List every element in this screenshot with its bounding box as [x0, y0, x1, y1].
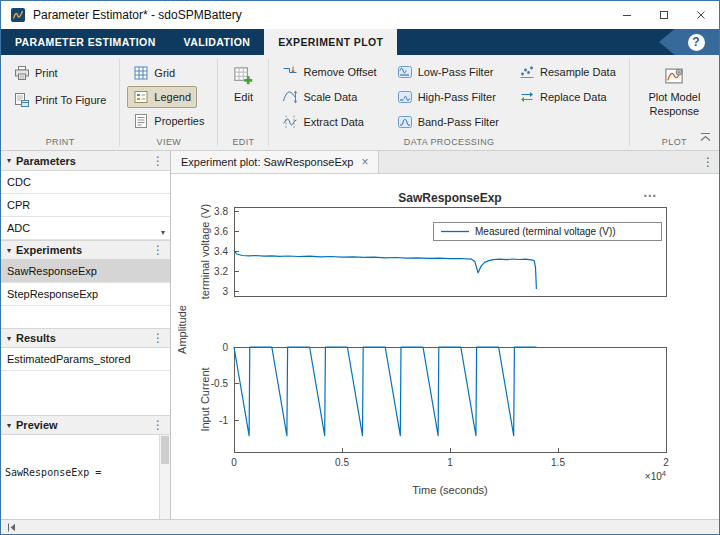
- print-to-figure-button[interactable]: Print To Figure: [8, 89, 112, 111]
- svg-text:0: 0: [231, 457, 237, 468]
- print-to-figure-label: Print To Figure: [35, 92, 106, 108]
- svg-text:1: 1: [447, 457, 453, 468]
- main-pane: Experiment plot: SawResponseExp × ⋮ SawR…: [171, 151, 719, 519]
- group-edit: Edit EDIT: [218, 55, 268, 150]
- legend-icon: [133, 89, 149, 105]
- parameters-list: CDC CPR ADC ▼: [1, 171, 170, 240]
- result-item[interactable]: EstimatedParams_stored: [1, 348, 170, 371]
- svg-text:3.4: 3.4: [214, 246, 228, 257]
- plot-model-response-label: Plot Model Response: [645, 91, 704, 119]
- experiment-item[interactable]: StepResponseExp: [1, 283, 170, 306]
- titlebar: Parameter Estimator* - sdoSPMBattery: [1, 1, 719, 29]
- group-label-print: PRINT: [8, 134, 112, 149]
- experiments-empty-area: [1, 306, 170, 328]
- help-wedge: ?: [659, 29, 719, 55]
- collapse-icon: ▾: [7, 246, 11, 255]
- parameter-item[interactable]: ADC: [1, 217, 170, 240]
- replace-data-button[interactable]: Replace Data: [513, 86, 613, 108]
- preview-scrollbar-thumb[interactable]: [161, 436, 169, 464]
- maximize-icon: [659, 10, 669, 20]
- collapse-toolstrip-button[interactable]: [699, 132, 712, 143]
- app-window: Parameter Estimator* - sdoSPMBattery PAR…: [0, 0, 720, 535]
- window-title: Parameter Estimator* - sdoSPMBattery: [33, 8, 242, 22]
- low-pass-filter-icon: [397, 64, 413, 80]
- extract-data-label: Extract Data: [303, 114, 364, 130]
- group-data-processing: Remove Offset Scale Data Extract Da: [269, 55, 628, 150]
- section-menu-results[interactable]: ⋮: [152, 332, 164, 344]
- properties-button[interactable]: Properties: [127, 110, 210, 132]
- document-tab-close[interactable]: ×: [361, 155, 368, 169]
- group-label-view: VIEW: [127, 134, 210, 149]
- edit-label: Edit: [234, 91, 253, 105]
- tab-experiment-plot[interactable]: EXPERIMENT PLOT: [264, 29, 397, 55]
- print-button[interactable]: Print: [8, 62, 64, 84]
- band-pass-filter-button[interactable]: Band-Pass Filter: [391, 111, 505, 133]
- preview-scrollbar[interactable]: [159, 435, 170, 519]
- section-menu-experiments[interactable]: ⋮: [152, 244, 164, 256]
- extract-data-button[interactable]: Extract Data: [276, 111, 370, 133]
- svg-text:3.6: 3.6: [214, 226, 228, 237]
- properties-label: Properties: [154, 113, 204, 129]
- low-pass-filter-button[interactable]: Low-Pass Filter: [391, 61, 500, 83]
- legend-label: Legend: [154, 89, 191, 105]
- minimize-button[interactable]: [608, 1, 645, 29]
- document-tab[interactable]: Experiment plot: SawResponseExp ×: [171, 151, 379, 173]
- svg-text:0: 0: [222, 342, 228, 353]
- remove-offset-button[interactable]: Remove Offset: [276, 61, 382, 83]
- tab-parameter-estimation[interactable]: PARAMETER ESTIMATION: [1, 29, 170, 55]
- parameter-item[interactable]: CPR: [1, 194, 170, 217]
- edit-button[interactable]: Edit: [225, 60, 261, 134]
- statusbar: [1, 519, 719, 534]
- resample-data-button[interactable]: Resample Data: [513, 61, 622, 83]
- section-header-preview[interactable]: ▾ Preview ⋮: [1, 415, 170, 435]
- collapse-sidebar-button[interactable]: [6, 522, 17, 533]
- collapse-icon: ▾: [7, 421, 11, 430]
- edit-icon: [233, 66, 253, 86]
- scale-data-label: Scale Data: [303, 89, 357, 105]
- print-icon: [14, 65, 30, 81]
- collapse-toolstrip-icon: [699, 132, 712, 143]
- section-header-experiments[interactable]: ▾ Experiments ⋮: [1, 240, 170, 260]
- high-pass-filter-label: High-Pass Filter: [418, 89, 496, 105]
- extract-data-icon: [282, 114, 298, 130]
- tab-validation[interactable]: VALIDATION: [170, 29, 265, 55]
- parameter-item[interactable]: CDC: [1, 171, 170, 194]
- svg-text:Time (seconds): Time (seconds): [412, 484, 487, 496]
- group-label-edit: EDIT: [225, 134, 261, 149]
- plot-area: SawResponseExp ⋯ 33.23.43.63.8terminal v…: [171, 174, 719, 519]
- section-menu-preview[interactable]: ⋮: [152, 419, 164, 431]
- svg-text:0.5: 0.5: [335, 457, 349, 468]
- group-print: Print Print To Figure PRINT: [1, 55, 119, 150]
- group-view: Grid Legend Properties: [120, 55, 217, 150]
- svg-text:terminal voltage (V): terminal voltage (V): [199, 204, 211, 299]
- band-pass-filter-icon: [397, 114, 413, 130]
- plot-model-response-icon: [664, 66, 684, 86]
- section-header-results[interactable]: ▾ Results ⋮: [1, 328, 170, 348]
- close-button[interactable]: [682, 1, 719, 29]
- collapse-icon: ▾: [7, 334, 11, 343]
- document-tab-label: Experiment plot: SawResponseExp: [181, 156, 353, 168]
- help-button[interactable]: ?: [688, 34, 705, 51]
- section-menu-parameters[interactable]: ⋮: [152, 155, 164, 167]
- section-title-results: Results: [16, 332, 56, 344]
- high-pass-filter-button[interactable]: High-Pass Filter: [391, 86, 502, 108]
- grid-icon: [133, 65, 149, 81]
- scale-data-icon: [282, 89, 298, 105]
- svg-text:1.5: 1.5: [551, 457, 565, 468]
- maximize-button[interactable]: [645, 1, 682, 29]
- svg-text:3.2: 3.2: [214, 266, 228, 277]
- plot-model-response-button[interactable]: Plot Model Response: [637, 60, 712, 134]
- svg-text:3: 3: [222, 286, 228, 297]
- svg-text:-0.5: -0.5: [211, 378, 229, 389]
- grid-button[interactable]: Grid: [127, 62, 181, 84]
- collapse-icon: ▾: [7, 156, 11, 165]
- section-header-parameters[interactable]: ▾ Parameters ⋮: [1, 151, 170, 171]
- scroll-down-button[interactable]: ▼: [157, 226, 169, 238]
- experiment-item[interactable]: SawResponseExp: [1, 260, 170, 283]
- scale-data-button[interactable]: Scale Data: [276, 86, 363, 108]
- preview-content: SawResponseExp = ' Measured output signa…: [1, 435, 159, 519]
- document-tabbar-menu[interactable]: ⋮: [702, 151, 714, 173]
- section-title-parameters: Parameters: [16, 155, 76, 167]
- legend-button[interactable]: Legend: [127, 86, 197, 108]
- document-tabbar: Experiment plot: SawResponseExp × ⋮: [171, 151, 719, 174]
